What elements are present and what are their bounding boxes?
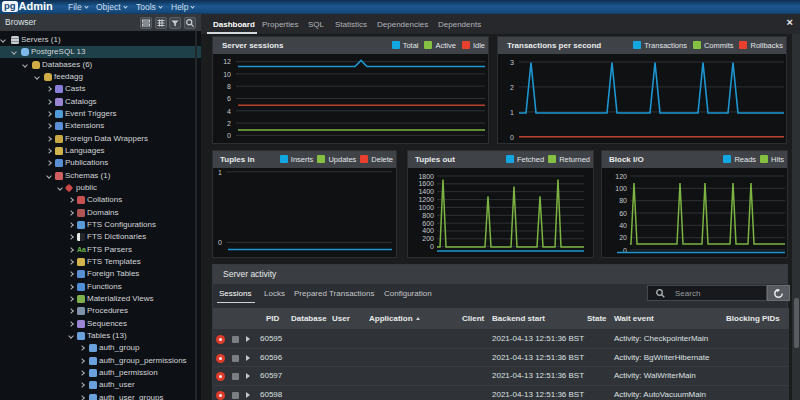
svg-text:2: 2 bbox=[227, 120, 231, 127]
svg-text:1: 1 bbox=[510, 109, 514, 116]
svg-text:1600: 1600 bbox=[418, 180, 434, 187]
svg-text:1: 1 bbox=[218, 169, 222, 176]
svg-text:80: 80 bbox=[619, 197, 627, 204]
svg-text:0: 0 bbox=[218, 239, 222, 246]
svg-text:3: 3 bbox=[510, 59, 514, 66]
svg-text:60: 60 bbox=[619, 210, 627, 217]
svg-text:8: 8 bbox=[227, 83, 231, 90]
svg-text:4: 4 bbox=[227, 108, 231, 115]
svg-text:1800: 1800 bbox=[418, 173, 434, 180]
svg-text:2: 2 bbox=[510, 84, 514, 91]
svg-text:0: 0 bbox=[510, 134, 514, 141]
svg-text:0: 0 bbox=[430, 243, 434, 250]
svg-text:1400: 1400 bbox=[418, 188, 434, 195]
svg-text:600: 600 bbox=[422, 220, 434, 227]
svg-text:400: 400 bbox=[422, 227, 434, 234]
svg-text:1200: 1200 bbox=[418, 196, 434, 203]
svg-text:40: 40 bbox=[619, 222, 627, 229]
svg-text:100: 100 bbox=[615, 185, 627, 192]
svg-text:0: 0 bbox=[227, 132, 231, 139]
svg-text:800: 800 bbox=[422, 212, 434, 219]
svg-text:12: 12 bbox=[223, 58, 231, 65]
svg-text:10: 10 bbox=[223, 71, 231, 78]
svg-text:6: 6 bbox=[227, 95, 231, 102]
svg-text:20: 20 bbox=[619, 234, 627, 241]
svg-text:1000: 1000 bbox=[418, 204, 434, 211]
svg-text:120: 120 bbox=[615, 173, 627, 180]
svg-text:200: 200 bbox=[422, 235, 434, 242]
